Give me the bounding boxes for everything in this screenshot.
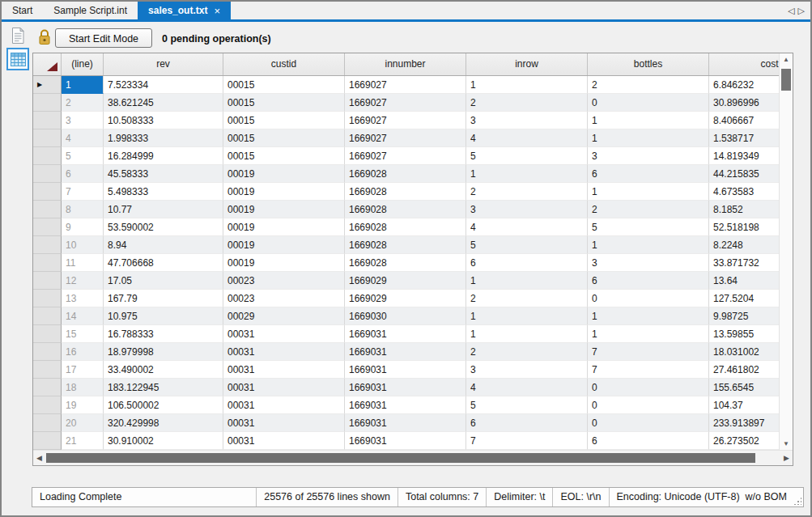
column-header-cost[interactable]: cost <box>709 53 779 75</box>
grid-cell[interactable]: 27.461802 <box>709 361 779 379</box>
grid-cell[interactable]: 00029 <box>223 307 345 325</box>
column-header-inrow[interactable]: inrow <box>466 53 588 75</box>
start-edit-mode-button[interactable]: Start Edit Mode <box>55 28 152 48</box>
grid-cell[interactable]: 2 <box>466 94 588 112</box>
grid-cell[interactable]: 1 <box>588 112 709 129</box>
grid-cell[interactable]: 1669031 <box>345 361 466 379</box>
tab-scroll-left-icon[interactable]: ◁ <box>788 6 794 16</box>
row-selector[interactable] <box>33 254 62 272</box>
grid-cell[interactable]: 1669027 <box>345 129 466 147</box>
grid-cell[interactable]: 106.500002 <box>104 396 223 414</box>
grid-cell[interactable]: 127.5204 <box>709 290 779 307</box>
column-header-bottles[interactable]: bottles <box>588 53 709 75</box>
grid-cell[interactable]: 45.58333 <box>104 165 223 183</box>
grid-cell[interactable]: 8.406667 <box>709 112 779 129</box>
grid-cell[interactable]: 1.538717 <box>709 129 779 147</box>
grid-cell[interactable]: 14 <box>62 307 104 325</box>
grid-cell[interactable]: 1669028 <box>345 218 466 236</box>
grid-cell[interactable]: 00015 <box>223 94 345 112</box>
vertical-scrollbar-thumb[interactable] <box>781 69 791 91</box>
grid-cell[interactable]: 2 <box>588 76 709 94</box>
grid-cell[interactable]: 1 <box>466 307 588 325</box>
grid-cell[interactable]: 0 <box>588 94 709 112</box>
grid-cell[interactable]: 5 <box>62 147 104 165</box>
grid-cell[interactable]: 12 <box>62 272 104 290</box>
grid-cell[interactable]: 0 <box>588 379 709 396</box>
grid-cell[interactable]: 2 <box>62 94 104 112</box>
grid-cell[interactable]: 00031 <box>223 396 345 414</box>
row-selector[interactable] <box>33 183 62 201</box>
grid-cell[interactable]: 1 <box>588 236 709 254</box>
grid-cell[interactable]: 6.846232 <box>709 76 779 94</box>
grid-cell[interactable]: 5 <box>466 147 588 165</box>
grid-cell[interactable]: 3 <box>588 254 709 272</box>
grid-cell[interactable]: 00023 <box>223 272 345 290</box>
scroll-down-icon[interactable]: ▼ <box>780 440 793 447</box>
grid-cell[interactable]: 1669031 <box>345 343 466 361</box>
grid-cell[interactable]: 1669031 <box>345 379 466 396</box>
grid-cell[interactable]: 6 <box>588 165 709 183</box>
grid-cell[interactable]: 1 <box>466 325 588 343</box>
grid-cell[interactable]: 1669031 <box>345 396 466 414</box>
grid-cell[interactable]: 00031 <box>223 414 345 432</box>
row-selector[interactable] <box>33 361 62 379</box>
scroll-up-icon[interactable]: ▲ <box>780 56 793 63</box>
grid-cell[interactable]: 30.896996 <box>709 94 779 112</box>
grid-cell[interactable]: 10.508333 <box>104 112 223 129</box>
grid-cell[interactable]: 1.998333 <box>104 129 223 147</box>
grid-cell[interactable]: 7 <box>588 343 709 361</box>
grid-cell[interactable]: 2 <box>466 290 588 307</box>
grid-cell[interactable]: 20 <box>62 414 104 432</box>
vertical-scrollbar[interactable]: ▲ ▼ <box>779 53 793 450</box>
grid-cell[interactable]: 4 <box>62 129 104 147</box>
grid-cell[interactable]: 8.2248 <box>709 236 779 254</box>
grid-cell[interactable]: 3 <box>62 112 104 129</box>
grid-cell[interactable]: 2 <box>466 343 588 361</box>
grid-cell[interactable]: 1669031 <box>345 414 466 432</box>
scroll-left-icon[interactable]: ◀ <box>36 454 42 462</box>
grid-cell[interactable]: 00019 <box>223 201 345 218</box>
grid-cell[interactable]: 167.79 <box>104 290 223 307</box>
scroll-right-icon[interactable]: ▶ <box>784 454 789 462</box>
grid-cell[interactable]: 00019 <box>223 218 345 236</box>
grid-cell[interactable]: 1 <box>588 307 709 325</box>
grid-cell[interactable]: 4 <box>466 129 588 147</box>
grid-cell[interactable]: 0 <box>588 290 709 307</box>
grid-cell[interactable]: 1669030 <box>345 307 466 325</box>
tab-sample-script[interactable]: Sample Script.int <box>43 2 138 19</box>
grid-cell[interactable]: 10.77 <box>104 201 223 218</box>
grid-cell[interactable]: 19 <box>62 396 104 414</box>
grid-cell[interactable]: 1 <box>588 129 709 147</box>
grid-cell[interactable]: 00019 <box>223 254 345 272</box>
row-selector[interactable]: ▶ <box>33 76 62 94</box>
grid-cell[interactable]: 21 <box>62 432 104 450</box>
grid-cell[interactable]: 53.590002 <box>104 218 223 236</box>
grid-cell[interactable]: 00031 <box>223 343 345 361</box>
grid-cell[interactable]: 4 <box>466 379 588 396</box>
grid-cell[interactable]: 16.788333 <box>104 325 223 343</box>
grid-cell[interactable]: 0 <box>588 414 709 432</box>
grid-cell[interactable]: 1669031 <box>345 325 466 343</box>
grid-cell[interactable]: 00015 <box>223 76 345 94</box>
grid-cell[interactable]: 233.913897 <box>709 414 779 432</box>
row-selector[interactable] <box>33 112 62 129</box>
grid-cell[interactable]: 15 <box>62 325 104 343</box>
grid-cell[interactable]: 16.284999 <box>104 147 223 165</box>
grid-cell[interactable]: 1 <box>466 165 588 183</box>
grid-cell[interactable]: 1669028 <box>345 165 466 183</box>
grid-cell[interactable]: 14.819349 <box>709 147 779 165</box>
grid-cell[interactable]: 104.37 <box>709 396 779 414</box>
grid-cell[interactable]: 16 <box>62 343 104 361</box>
grid-cell[interactable]: 00015 <box>223 112 345 129</box>
select-all-corner[interactable] <box>33 53 62 75</box>
row-selector[interactable] <box>33 307 62 325</box>
grid-cell[interactable]: 1669031 <box>345 432 466 450</box>
grid-cell[interactable]: 30.910002 <box>104 432 223 450</box>
grid-cell[interactable]: 11 <box>62 254 104 272</box>
grid-cell[interactable]: 1669027 <box>345 112 466 129</box>
grid-cell[interactable]: 7 <box>588 361 709 379</box>
grid-cell[interactable]: 1669028 <box>345 201 466 218</box>
grid-cell[interactable]: 00031 <box>223 432 345 450</box>
grid-cell[interactable]: 6 <box>466 414 588 432</box>
grid-cell[interactable]: 26.273502 <box>709 432 779 450</box>
